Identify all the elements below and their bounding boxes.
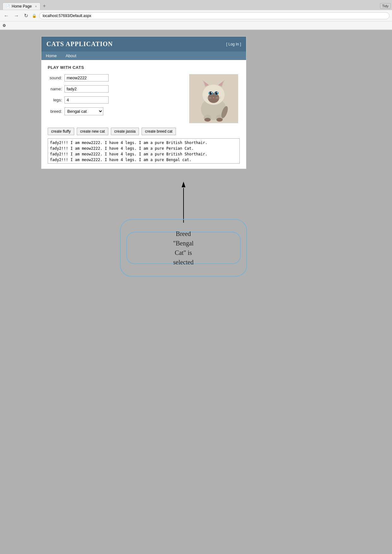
svg-point-11 bbox=[215, 92, 217, 95]
name-input[interactable] bbox=[64, 85, 109, 93]
forward-button[interactable]: → bbox=[13, 12, 20, 19]
bookmarks-icon: ⚙ bbox=[3, 23, 6, 28]
sound-row: sound: bbox=[48, 74, 183, 81]
nav-bar: ← → ↻ 🔒 bbox=[0, 10, 392, 21]
browser-chrome: 📄 Home Page × + Tidy ← → ↻ 🔒 ⚙ bbox=[0, 0, 392, 30]
app-header: Cats Application [ Log In ] bbox=[41, 37, 246, 51]
tab-bar: 📄 Home Page × + Tidy bbox=[0, 0, 392, 10]
cat-illustration bbox=[189, 74, 238, 123]
tab-close-button[interactable]: × bbox=[35, 4, 37, 8]
active-tab[interactable]: 📄 Home Page × bbox=[3, 3, 40, 10]
annotation-section: Breed"BengalCat" isselected bbox=[41, 182, 351, 280]
tidy-button[interactable]: Tidy bbox=[380, 3, 391, 9]
legs-row: legs: bbox=[48, 96, 183, 104]
new-tab-button[interactable]: + bbox=[40, 3, 48, 9]
back-button[interactable]: ← bbox=[3, 12, 10, 19]
app-nav: Home About bbox=[41, 51, 246, 60]
create-breed-cat-button[interactable]: create breed cat bbox=[142, 128, 176, 135]
address-bar[interactable] bbox=[39, 12, 389, 19]
annotation-outer: Breed"BengalCat" isselected bbox=[117, 216, 250, 280]
app-body: Play With Cats sound: name: le bbox=[41, 60, 246, 169]
annotation-text-container: Breed"BengalCat" isselected bbox=[117, 216, 250, 280]
create-jassia-button[interactable]: create jassia bbox=[111, 128, 139, 135]
output-line-2: fady2!!! I am meow2222. I have 4 legs. I… bbox=[50, 146, 238, 151]
bookmarks-bar: ⚙ bbox=[0, 21, 392, 30]
sound-label: sound: bbox=[48, 75, 62, 80]
reload-button[interactable]: ↻ bbox=[23, 12, 29, 19]
lock-icon: 🔒 bbox=[32, 14, 37, 18]
cat-image-area bbox=[189, 74, 240, 123]
tab-page-icon: 📄 bbox=[6, 4, 10, 8]
buttons-row: create fluffy create new cat create jass… bbox=[48, 128, 240, 135]
output-line-1: fady2!!! I am meow2222. I have 4 legs. I… bbox=[50, 140, 238, 146]
svg-point-13 bbox=[217, 92, 218, 93]
nav-home[interactable]: Home bbox=[41, 51, 61, 60]
svg-point-21 bbox=[204, 118, 211, 122]
breed-label: breed: bbox=[48, 109, 62, 114]
legs-label: legs: bbox=[48, 98, 62, 102]
form-section: sound: name: legs: bree bbox=[48, 74, 240, 123]
tab-title: Home Page bbox=[12, 4, 32, 9]
form-fields: sound: name: legs: bree bbox=[48, 74, 183, 123]
annotation-text: Breed"BengalCat" isselected bbox=[173, 229, 194, 267]
svg-point-12 bbox=[211, 92, 212, 93]
breed-select[interactable]: Bengal cat British Shorthair Persian Cat… bbox=[64, 107, 103, 115]
section-title: Play With Cats bbox=[48, 65, 240, 70]
output-line-4: fady2!!! I am meow2222. I have 4 legs. I… bbox=[50, 157, 238, 163]
nav-about[interactable]: About bbox=[61, 51, 81, 60]
output-line-3: fady2!!! I am meow2222. I have 4 legs. I… bbox=[50, 151, 238, 157]
name-row: name: bbox=[48, 85, 183, 93]
app-panel: Cats Application [ Log In ] Home About P… bbox=[41, 36, 246, 169]
svg-marker-25 bbox=[182, 182, 185, 187]
create-fluffy-button[interactable]: create fluffy bbox=[48, 128, 74, 135]
app-title: Cats Application bbox=[46, 40, 113, 48]
legs-input[interactable] bbox=[64, 96, 109, 104]
create-new-cat-button[interactable]: create new cat bbox=[77, 128, 108, 135]
breed-row: breed: Bengal cat British Shorthair Pers… bbox=[48, 107, 183, 115]
sound-input[interactable] bbox=[64, 74, 109, 81]
cat-image bbox=[189, 74, 238, 123]
output-area[interactable]: fady2!!! I am meow2222. I have 4 legs. I… bbox=[48, 138, 240, 164]
name-label: name: bbox=[48, 87, 62, 91]
page-content: Cats Application [ Log In ] Home About P… bbox=[0, 30, 392, 287]
svg-point-10 bbox=[210, 92, 212, 95]
svg-point-22 bbox=[216, 118, 223, 122]
login-link[interactable]: [ Log In ] bbox=[226, 42, 241, 46]
